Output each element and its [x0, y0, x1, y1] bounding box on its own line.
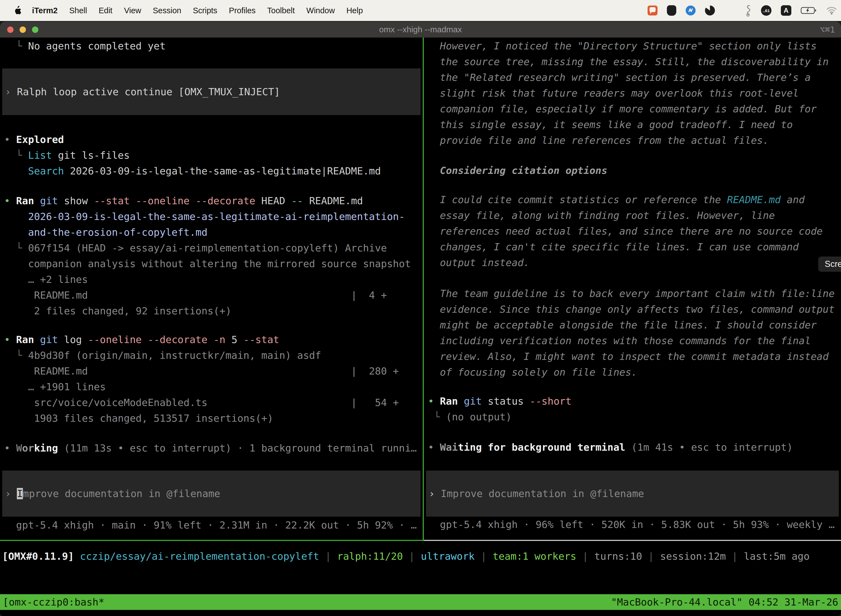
terminal-line: essay file, along with finding root file… — [428, 208, 841, 223]
terminal-line: references need actual files, and since … — [428, 223, 841, 239]
agents-note: └ No agents completed yet — [0, 38, 423, 54]
terminal-line: 2 files changed, 92 insertions(+) — [4, 303, 423, 319]
tmux-pane-right[interactable]: However, I noticed the "Directory Struct… — [424, 38, 841, 540]
pane-divider-horizontal-left — [0, 540, 424, 541]
chat-bubble-icon[interactable] — [648, 6, 658, 15]
terminal-line: and-the-erosion-of-copyleft.md — [4, 224, 423, 240]
ran-git-status-section: • Ran git status --short └ (no output) — [424, 393, 841, 425]
omx-status-line: [OMX#0.11.9] cczip/essay/ai-reimplementa… — [0, 549, 810, 564]
terminal-line: • Ran git show --stat --oneline --decora… — [4, 193, 423, 209]
working-status-line: • Working (11m 13s • esc to interrupt) ·… — [0, 440, 423, 456]
terminal-line: However, I noticed the "Directory Struct… — [428, 38, 841, 54]
terminal-line: slight risk that future readers may over… — [428, 85, 841, 101]
terminal-line: • Explored — [4, 132, 423, 147]
terminal-line: README.md | 4 + — [4, 287, 423, 303]
wifi-icon[interactable] — [826, 6, 837, 15]
pane-divider-horizontal-right — [424, 540, 841, 541]
model-status-left: gpt-5.4 xhigh · main · 91% left · 2.31M … — [0, 517, 423, 533]
terminal-line: 2026-03-09-is-legal-the-same-as-legitima… — [4, 209, 423, 224]
tmux-session-label: [omx-cczip0:bash* — [3, 594, 104, 610]
terminal-line: the source tree, missing the essay. Stil… — [428, 54, 841, 70]
terminal-line: 1903 files changed, 513517 insertions(+) — [4, 411, 423, 426]
terminal-line: └ List git ls-files — [4, 147, 423, 163]
tmux-status-bar: [omx-cczip0:bash* "MacBook-Pro-44.local"… — [0, 594, 841, 610]
iterm2-window: omx --xhigh --madmax ⌥⌘1 └ No agents com… — [0, 22, 841, 616]
prompt-input-right[interactable]: › Improve documentation in @filename — [426, 471, 839, 517]
explored-section: • Explored └ List git ls-files Search 20… — [0, 132, 423, 179]
waiting-status-line: • Waiting for background terminal (1m 41… — [424, 439, 841, 455]
thinking-paragraph-1: However, I noticed the "Directory Struct… — [424, 38, 841, 148]
terminal-line: └ 067f154 (HEAD -> essay/ai-reimplementa… — [4, 240, 423, 256]
menu-item-toolbelt[interactable]: Toolbelt — [267, 6, 294, 15]
menu-item-profiles[interactable]: Profiles — [229, 6, 256, 15]
terminal-line: └ 4b9d30f (origin/main, instructkr/main,… — [4, 348, 423, 363]
badge-61-icon[interactable]: ..61 — [761, 5, 771, 16]
keypad-shield-icon[interactable] — [667, 5, 676, 16]
terminal-line: review. Also, I might want to inspect th… — [428, 349, 841, 364]
terminal-line: The team guideline is to back every impo… — [428, 286, 841, 301]
blue-badge-icon[interactable] — [686, 6, 696, 15]
terminal-line: provide file and line references from th… — [428, 132, 841, 148]
terminal-line: src/voice/voiceModeEnabled.ts | 54 + — [4, 395, 423, 411]
terminal-line: companion analysis without altering the … — [4, 256, 423, 271]
menu-item-session[interactable]: Session — [153, 6, 181, 15]
window-titlebar[interactable]: omx --xhigh --madmax ⌥⌘1 — [0, 22, 841, 38]
terminal-line: might be acceptable alongside the file l… — [428, 317, 841, 333]
menu-item-help[interactable]: Help — [346, 6, 363, 15]
thinking-paragraph-2: I could cite commit statistics or refere… — [424, 192, 841, 270]
tmux-pane-left[interactable]: └ No agents completed yet › Ralph loop a… — [0, 38, 423, 540]
window-shortcut-badge: ⌥⌘1 — [820, 25, 835, 35]
ran-git-log-section: • Ran git log --oneline --decorate -n 5 … — [0, 332, 423, 426]
terminal-line: this single essay, it seems like a good … — [428, 117, 841, 132]
menu-item-window[interactable]: Window — [306, 6, 335, 15]
dots-grid-icon[interactable] — [724, 5, 735, 16]
tmux-host-clock: "MacBook-Pro-44.local" 04:52 31-Mar-26 — [611, 594, 838, 610]
menu-item-view[interactable]: View — [124, 6, 141, 15]
terminal-line: Search 2026-03-09-is-legal-the-same-as-l… — [4, 163, 423, 179]
thinking-paragraph-3: The team guideline is to back every impo… — [424, 286, 841, 380]
letter-a-icon[interactable]: A — [781, 5, 791, 16]
pane-divider-vertical — [423, 38, 424, 540]
battery-charging-icon[interactable] — [801, 7, 817, 14]
menu-items: iTerm2 Shell Edit View Session Scripts P… — [32, 6, 363, 15]
menu-bar: iTerm2 Shell Edit View Session Scripts P… — [0, 0, 841, 21]
terminal-line: I could cite commit statistics or refere… — [428, 192, 841, 208]
terminal-line: • Ran git status --short — [428, 393, 841, 409]
terminal-line: evidence. Since this change only affects… — [428, 301, 841, 317]
terminal-line: of focusing solely on file lines. — [428, 364, 841, 380]
thinking-heading: Considering citation options — [424, 163, 841, 178]
inject-banner: › Ralph loop active continue [OMX_TMUX_I… — [2, 69, 420, 115]
model-status-right: gpt-5.4 xhigh · 96% left · 520K in · 5.8… — [424, 517, 841, 532]
prompt-input-left[interactable]: › Improve documentation in @filename — [2, 471, 420, 517]
terminal-line: README.md | 280 + — [4, 363, 423, 379]
menu-item-scripts[interactable]: Scripts — [193, 6, 217, 15]
terminal-line: including verification notes with those … — [428, 333, 841, 349]
squiggle-icon[interactable] — [744, 4, 752, 16]
terminal-line: └ (no output) — [428, 409, 841, 425]
terminal-line: … +1901 lines — [4, 379, 423, 395]
tooltip-label: Scre — [825, 259, 841, 269]
window-title: omx --xhigh --madmax — [0, 25, 841, 34]
ran-git-show-section: • Ran git show --stat --oneline --decora… — [0, 193, 423, 319]
apple-menu-icon[interactable] — [13, 6, 22, 15]
terminal-line: output instead. — [428, 255, 841, 270]
menu-item-iterm2[interactable]: iTerm2 — [32, 6, 58, 15]
terminal-line: the "Related research writing" section i… — [428, 70, 841, 85]
menu-item-edit[interactable]: Edit — [98, 6, 112, 15]
terminal-line: … +2 lines — [4, 271, 423, 287]
terminal-content: └ No agents completed yet › Ralph loop a… — [0, 38, 841, 616]
menu-item-shell[interactable]: Shell — [69, 6, 87, 15]
terminal-line: • Ran git log --oneline --decorate -n 5 … — [4, 332, 423, 348]
pacman-circle-icon[interactable] — [705, 6, 715, 15]
terminal-line: changes, I can't cite specific file line… — [428, 239, 841, 255]
menubar-status-icons: ..61 A — [648, 0, 837, 21]
terminal-line: companion file, especially if more comme… — [428, 101, 841, 117]
screen-overlay-tooltip: Scre — [818, 257, 841, 271]
